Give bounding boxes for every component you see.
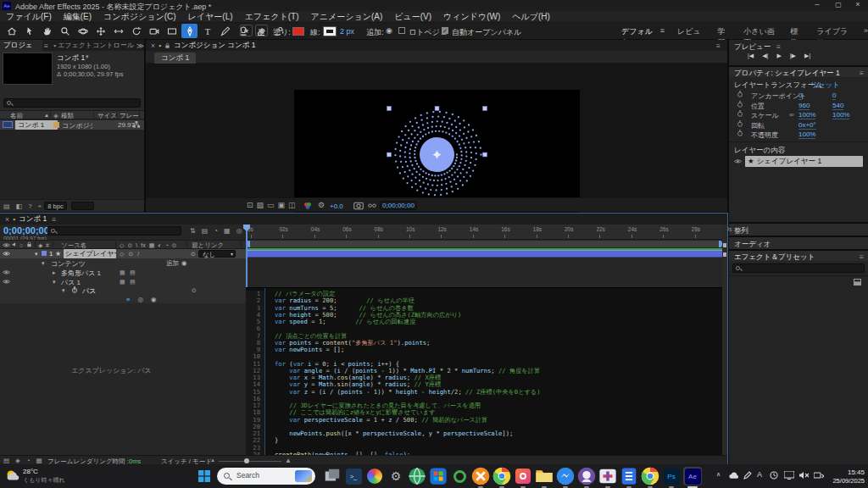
layer-twirl-icon[interactable]: ▾ xyxy=(35,251,38,258)
expression-code[interactable]: 1// パラメータの設定2var radius = 200; // らせんの半径… xyxy=(246,291,722,455)
preview-title[interactable]: プレビュー xyxy=(734,42,771,53)
ime-indicator[interactable]: A xyxy=(757,470,762,479)
align-panel-header[interactable]: 整列 xyxy=(729,224,868,236)
timeline-right-strip[interactable] xyxy=(722,225,727,458)
layer-content-item[interactable]: ★シェイプレイヤー 1 xyxy=(745,156,863,167)
comp-panel-title[interactable]: コンポジション コンポ 1 xyxy=(174,41,255,51)
twirl-icon[interactable]: ▾ xyxy=(53,279,56,286)
contents-section-label[interactable]: レイヤーの内容 xyxy=(734,146,785,156)
expression-editor[interactable]: 1// パラメータの設定2var radius = 200; // らせんの半径… xyxy=(246,287,722,455)
viewer-timecode[interactable]: 0;00;00;00 xyxy=(380,201,417,210)
timeline-footer-icon[interactable]: ▤ xyxy=(3,457,9,464)
xampp-icon[interactable] xyxy=(471,467,490,485)
timeline-option-icon[interactable]: ◔ xyxy=(214,227,218,235)
audio-panel-header[interactable]: オーディオ xyxy=(729,237,868,249)
start-button[interactable] xyxy=(198,470,210,482)
link-icon[interactable]: ∞ xyxy=(789,111,794,119)
item-label-color[interactable] xyxy=(53,122,59,128)
viewer-toggle-icon[interactable]: ▭ xyxy=(267,201,275,209)
preview-transport-button[interactable]: ▶| xyxy=(804,53,810,59)
property-value[interactable]: 100% xyxy=(798,111,815,119)
timeline-option-icon[interactable]: ⇅ xyxy=(190,227,196,235)
properties-menu-icon[interactable]: ≡ xyxy=(860,69,864,77)
fill-color-swatch[interactable] xyxy=(292,27,304,36)
pickwhip-icon[interactable]: ⊙ xyxy=(191,251,196,258)
twirl-icon[interactable]: ▾ xyxy=(62,287,65,294)
toggle-icon[interactable]: ▤ xyxy=(130,269,136,276)
timeline-option-icon[interactable]: ▤ xyxy=(202,227,209,235)
weather-desc[interactable]: くもり時々晴れ xyxy=(23,476,65,485)
tool-home-icon[interactable] xyxy=(3,24,19,38)
tool-hand-icon[interactable] xyxy=(39,24,55,38)
preview-transport-button[interactable]: ◀| xyxy=(762,53,768,59)
tool-type-icon[interactable]: T xyxy=(199,24,215,38)
col-name[interactable]: 名前 xyxy=(10,112,23,120)
layer-switch-icon[interactable]: ⊙ xyxy=(128,251,133,258)
property-value[interactable]: 0 xyxy=(832,92,836,100)
onedrive-cloud-icon[interactable] xyxy=(728,471,739,480)
polystar-path-row[interactable]: ▸ 多角形パス 1 ▦ ▤ xyxy=(0,268,246,277)
menu-item[interactable]: アニメーション(A) xyxy=(304,11,388,23)
show-snapshot-icon[interactable] xyxy=(368,202,376,209)
project-search-input[interactable] xyxy=(3,98,141,108)
timeline-option-icon[interactable]: ▦ xyxy=(224,227,231,235)
auto-open-label[interactable]: 自動オープンパネル xyxy=(452,27,521,38)
task-view-icon[interactable] xyxy=(323,467,342,485)
zoom-out-icon[interactable]: ▲ xyxy=(210,458,215,463)
stopwatch-icon[interactable] xyxy=(737,110,743,118)
reset-link[interactable]: リセット xyxy=(810,80,840,91)
col-fps[interactable]: フレー xyxy=(120,112,139,120)
path-group-row[interactable]: ▾ パス 1 ▦ ▤ xyxy=(0,277,246,286)
timeline-timecode[interactable]: 0;00;00;00 xyxy=(3,225,49,236)
pickwhip-icon[interactable]: ⊙ xyxy=(192,287,197,294)
timeline-search-input[interactable] xyxy=(47,226,181,236)
comp-name-flyout-icon[interactable]: ▾ xyxy=(86,53,89,60)
fill-label[interactable]: 塗り: xyxy=(273,27,291,38)
expression-graph-icon[interactable]: ◎ xyxy=(137,296,143,303)
close-icon[interactable]: × xyxy=(848,0,868,8)
eye-icon[interactable] xyxy=(3,251,10,257)
effects-presets-title[interactable]: エフェクト＆プリセット xyxy=(734,252,815,263)
eye-icon[interactable] xyxy=(3,279,10,285)
stroke-label[interactable]: 線: xyxy=(310,27,320,38)
mask-mode-icon[interactable]: ▣ xyxy=(255,25,268,36)
tool-rectangle-icon[interactable] xyxy=(164,24,180,38)
tray-time[interactable]: 15:45 xyxy=(831,469,865,476)
layer-row-shape-layer[interactable]: ▾ 1 ★ シェイプレイヤー 1 ◇⊙/ ⊙ なし ▾ xyxy=(0,249,246,258)
comp-panel-menu-icon[interactable]: ≡ xyxy=(716,42,721,50)
preview-transport-button[interactable]: |◀ xyxy=(748,53,754,59)
menu-item[interactable]: レイヤー(L) xyxy=(182,11,239,23)
eye-icon[interactable] xyxy=(3,269,10,275)
globe-icon[interactable] xyxy=(408,467,426,485)
tool-camera-icon[interactable] xyxy=(146,24,162,38)
col-type[interactable]: 種類 xyxy=(61,112,74,120)
notes-icon[interactable] xyxy=(620,467,638,485)
minimize-icon[interactable]: – xyxy=(807,0,827,8)
timeline-menu-icon[interactable]: ≡ xyxy=(52,215,56,224)
tool-zoom-icon[interactable] xyxy=(57,24,73,38)
layer-number-col[interactable]: # xyxy=(46,242,49,248)
file-explorer-icon[interactable] xyxy=(535,467,554,485)
mute-speaker-icon[interactable] xyxy=(799,471,810,480)
timeline-tab-close-icon[interactable]: × xyxy=(5,215,9,224)
project-footer-icon[interactable]: ◧ xyxy=(16,202,23,210)
contents-group-row[interactable]: ▾ コンテンツ 追加 ◉ xyxy=(0,258,246,268)
maximize-icon[interactable]: ▢ xyxy=(828,1,849,8)
workspace-overflow-icon[interactable]: » xyxy=(864,26,868,35)
solo-icon[interactable]: ○ xyxy=(19,242,23,248)
tool-pan-camera-icon[interactable] xyxy=(92,24,108,38)
menu-item[interactable]: コンポジション(C) xyxy=(97,11,182,23)
display-icon[interactable] xyxy=(784,471,794,480)
layer-name[interactable]: シェイプレイヤー 1 xyxy=(64,249,116,258)
col-size[interactable]: サイズ xyxy=(97,112,117,120)
stroke-width-value[interactable]: 2 px xyxy=(340,27,354,36)
tool-selection-icon[interactable] xyxy=(21,24,37,38)
tool-brush-icon[interactable] xyxy=(217,24,233,38)
property-value[interactable]: 0x+0° xyxy=(798,121,816,130)
pinwheel-icon[interactable] xyxy=(365,467,384,485)
weather-icon[interactable] xyxy=(5,469,19,483)
render-engine-box[interactable] xyxy=(71,202,94,210)
project-item-name[interactable]: コンポ 1 xyxy=(15,120,58,130)
stopwatch-icon[interactable] xyxy=(737,101,743,108)
layer-duration-bar[interactable] xyxy=(247,250,722,258)
